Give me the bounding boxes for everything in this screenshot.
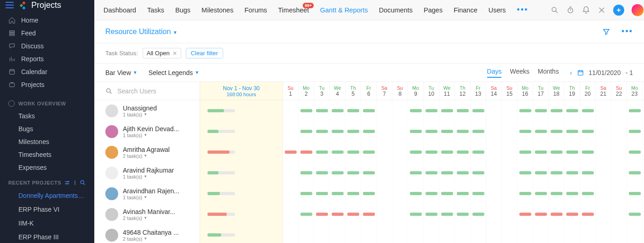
recent-project[interactable]: ERP Phase III: [0, 230, 94, 243]
user-row[interactable]: Ajith Kevin Devad... 1 task(s) ▼: [94, 121, 200, 142]
gantt-cell[interactable]: [486, 121, 502, 142]
gantt-cell[interactable]: [314, 204, 330, 225]
gantt-cell[interactable]: [377, 100, 392, 121]
search-icon[interactable]: [105, 87, 113, 95]
gantt-cell[interactable]: [627, 142, 643, 162]
user-row[interactable]: 49648 Chaitanya ... 2 task(s) ▼: [94, 225, 200, 243]
gantt-cell[interactable]: [345, 225, 361, 243]
gantt-cell[interactable]: [299, 100, 314, 121]
gantt-cell[interactable]: [408, 204, 424, 225]
gantt-cell[interactable]: [392, 121, 408, 142]
gantt-cell[interactable]: [580, 162, 596, 183]
sidebar-work-timesheets[interactable]: Timesheets: [0, 148, 94, 161]
gantt-cell[interactable]: [596, 225, 611, 243]
gantt-cell[interactable]: [361, 100, 377, 121]
tab-users[interactable]: Users: [489, 6, 506, 14]
gantt-cell[interactable]: [439, 225, 455, 243]
gantt-cell[interactable]: [580, 225, 596, 243]
gantt-cell[interactable]: [455, 225, 471, 243]
gantt-cell[interactable]: [518, 183, 533, 204]
gantt-cell[interactable]: [611, 162, 627, 183]
user-tasks[interactable]: 1 task(s) ▼: [123, 174, 174, 179]
gantt-cell[interactable]: [330, 204, 345, 225]
granularity-weeks[interactable]: Weeks: [510, 68, 529, 78]
gantt-cell[interactable]: [518, 121, 533, 142]
user-tasks[interactable]: 1 task(s) ▼: [123, 112, 157, 117]
gantt-cell[interactable]: [345, 142, 361, 162]
gantt-cell[interactable]: [564, 183, 580, 204]
gantt-cell[interactable]: [564, 121, 580, 142]
gantt-cell[interactable]: [377, 183, 392, 204]
gantt-cell[interactable]: [424, 162, 439, 183]
gantt-cell[interactable]: [439, 183, 455, 204]
granularity-days[interactable]: Days: [487, 68, 502, 78]
gantt-cell[interactable]: [486, 142, 502, 162]
user-tasks[interactable]: 1 task(s) ▼: [123, 195, 179, 200]
gantt-cell[interactable]: [377, 204, 392, 225]
recent-project[interactable]: ERP Phase VI: [0, 202, 94, 216]
gantt-cell[interactable]: [424, 225, 439, 243]
gantt-cell[interactable]: [486, 204, 502, 225]
gantt-cell[interactable]: [580, 142, 596, 162]
gantt-cell[interactable]: [486, 225, 502, 243]
gantt-cell[interactable]: [408, 100, 424, 121]
gantt-cell[interactable]: [471, 225, 486, 243]
tab-documents[interactable]: Documents: [379, 6, 413, 14]
gantt-cell[interactable]: [314, 121, 330, 142]
sidebar-work-expenses[interactable]: Expenses: [0, 161, 94, 174]
gantt-cell[interactable]: [627, 204, 643, 225]
gantt-cell[interactable]: [455, 100, 471, 121]
user-row[interactable]: Amritha Agrawal 2 task(s) ▼: [94, 142, 200, 162]
user-avatar[interactable]: [632, 4, 644, 16]
more-tabs-icon[interactable]: •••: [517, 5, 529, 15]
gantt-cell[interactable]: [611, 121, 627, 142]
gantt-cell[interactable]: [471, 142, 486, 162]
gantt-cell[interactable]: [596, 142, 611, 162]
gantt-cell[interactable]: [596, 183, 611, 204]
gantt-cell[interactable]: [627, 121, 643, 142]
gantt-cell[interactable]: [299, 225, 314, 243]
user-row[interactable]: Aravindhan Rajen... 1 task(s) ▼: [94, 183, 200, 204]
gantt-cell[interactable]: [564, 204, 580, 225]
tab-pages[interactable]: Pages: [424, 6, 443, 14]
gantt-cell[interactable]: [533, 100, 549, 121]
tab-bugs[interactable]: Bugs: [175, 6, 190, 14]
gantt-cell[interactable]: [392, 204, 408, 225]
gantt-cell[interactable]: [611, 100, 627, 121]
gantt-cell[interactable]: [330, 142, 345, 162]
prev-arrow-icon[interactable]: ‹: [570, 69, 572, 76]
report-title-dropdown[interactable]: Resource Utilization ▼: [105, 28, 178, 36]
gantt-cell[interactable]: [314, 162, 330, 183]
gantt-cell[interactable]: [314, 183, 330, 204]
recent-project[interactable]: Donnelly Apartments Co: [0, 189, 94, 202]
gantt-cell[interactable]: [502, 162, 518, 183]
gantt-cell[interactable]: [314, 100, 330, 121]
sidebar-work-tasks[interactable]: Tasks: [0, 110, 94, 122]
gantt-cell[interactable]: [596, 121, 611, 142]
gantt-cell[interactable]: [361, 142, 377, 162]
gantt-cell[interactable]: [611, 183, 627, 204]
gantt-cell[interactable]: [408, 225, 424, 243]
gantt-cell[interactable]: [377, 121, 392, 142]
gantt-cell[interactable]: [299, 204, 314, 225]
tab-tasks[interactable]: Tasks: [147, 6, 164, 14]
gantt-cell[interactable]: [564, 142, 580, 162]
gantt-cell[interactable]: [408, 121, 424, 142]
sidebar-item-home[interactable]: Home: [0, 14, 94, 27]
granularity-months[interactable]: Months: [538, 68, 559, 78]
search-users-input[interactable]: [117, 87, 186, 95]
gantt-cell[interactable]: [533, 183, 549, 204]
gantt-cell[interactable]: [361, 162, 377, 183]
gantt-cell[interactable]: [283, 183, 299, 204]
gantt-cell[interactable]: [392, 162, 408, 183]
tab-gantt-reports[interactable]: Gantt & Reports: [320, 6, 368, 14]
gantt-cell[interactable]: [611, 204, 627, 225]
gantt-cell[interactable]: [627, 100, 643, 121]
gantt-cell[interactable]: [345, 162, 361, 183]
gantt-cell[interactable]: [564, 100, 580, 121]
gantt-cell[interactable]: [471, 121, 486, 142]
gantt-cell[interactable]: [580, 204, 596, 225]
user-tasks[interactable]: 1 task(s) ▼: [123, 133, 179, 138]
gantt-cell[interactable]: [299, 162, 314, 183]
gantt-cell[interactable]: [580, 183, 596, 204]
